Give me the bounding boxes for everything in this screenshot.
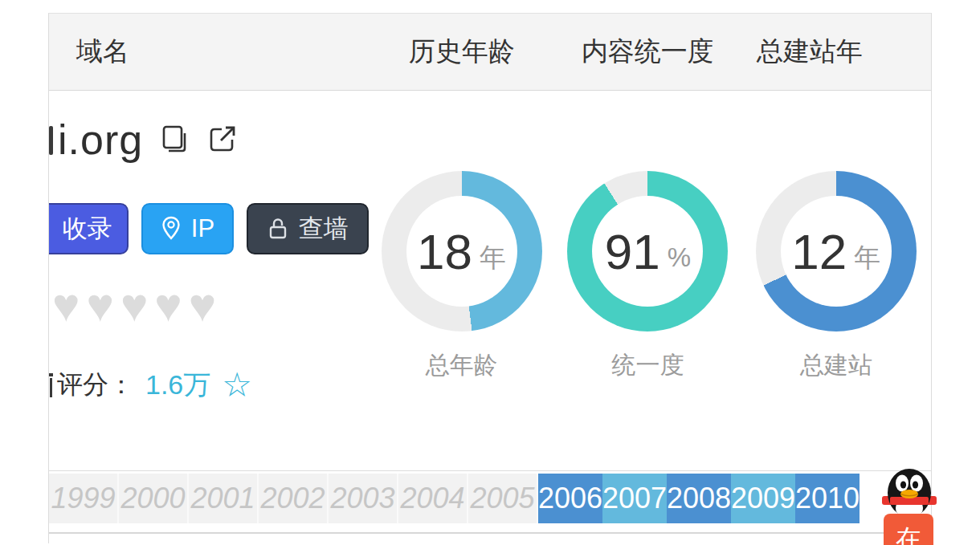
uniformity-donut: 91 %	[567, 171, 728, 331]
donut-center: 91 %	[592, 196, 703, 307]
domain-cell: i.org 收录	[49, 91, 369, 470]
table-header: 域名 历史年龄 内容统一度 总建站年	[49, 14, 931, 91]
page: 域名 历史年龄 内容统一度 总建站年 i.org	[0, 0, 980, 545]
year-cell-1999: 1999	[49, 474, 119, 523]
year-cell-2006: 2006	[538, 474, 602, 523]
donut-center: 12 年	[781, 196, 892, 307]
qq-contact-widget[interactable]: 在	[880, 467, 938, 545]
history-age-cell: 18 年 总年龄	[369, 91, 555, 470]
score-line: 评分： 1.6万 ☆	[49, 367, 369, 404]
heart-icon: ♥	[189, 282, 216, 328]
history-age-unit: 年	[480, 240, 506, 276]
clipped-glyph-fragment	[49, 373, 54, 397]
domain-table: 域名 历史年龄 内容统一度 总建站年 i.org	[48, 13, 932, 543]
action-buttons: 收录 IP 查墙	[49, 203, 369, 254]
index-button[interactable]: 收录	[49, 203, 129, 254]
location-pin-icon	[161, 216, 182, 242]
score-value: 1.6万	[145, 367, 210, 404]
star-icon[interactable]: ☆	[222, 369, 252, 401]
check-wall-button[interactable]: 查墙	[247, 203, 369, 254]
check-wall-button-label: 查墙	[299, 212, 349, 246]
score-label: 评分：	[57, 368, 134, 403]
build-years-value: 12	[791, 223, 847, 280]
external-link-icon[interactable]	[207, 124, 241, 156]
ip-button-label: IP	[191, 214, 214, 243]
qq-penguin-icon	[880, 467, 938, 520]
index-button-label: 收录	[63, 212, 112, 246]
donut-center: 18 年	[406, 196, 517, 307]
history-age-donut: 18 年	[382, 171, 542, 331]
year-cell-2005: 2005	[468, 474, 538, 523]
uniformity-value: 91	[605, 223, 660, 280]
copy-icon[interactable]	[161, 124, 190, 156]
domain-title-line: i.org	[49, 113, 369, 166]
column-header-history-age: 历史年龄	[369, 34, 554, 70]
heart-icon: ♥	[86, 282, 113, 328]
year-cell-2010: 2010	[795, 474, 860, 523]
column-header-domain: 域名	[49, 34, 369, 70]
build-years-label: 总建站	[800, 349, 872, 382]
qq-status-badge[interactable]: 在	[884, 514, 933, 545]
year-timeline: 1999200020012002200320042005200620072008…	[49, 474, 931, 523]
year-cell-2003: 2003	[329, 474, 398, 523]
heart-icon: ♥	[52, 282, 80, 328]
year-cell-2007: 2007	[602, 474, 667, 523]
year-cell-2002: 2002	[259, 474, 329, 523]
build-years-donut: 12 年	[756, 171, 917, 331]
clipped-glyph-fragment	[49, 126, 53, 155]
build-years-unit: 年	[854, 240, 880, 276]
uniformity-label: 统一度	[611, 349, 684, 382]
rating-hearts: ♥♥♥♥♥	[49, 282, 369, 328]
timeline-separator	[49, 470, 931, 471]
year-cell-2009: 2009	[731, 474, 795, 523]
domain-name: i.org	[58, 116, 143, 164]
history-age-label: 总年龄	[426, 349, 498, 382]
heart-icon: ♥	[154, 282, 182, 328]
year-cell-2000: 2000	[119, 474, 189, 523]
column-header-total-build-years: 总建站年	[741, 34, 931, 70]
lock-icon	[267, 216, 289, 242]
uniformity-cell: 91 % 统一度	[554, 91, 741, 470]
table-row: i.org 收录	[49, 91, 931, 470]
ip-button[interactable]: IP	[141, 203, 234, 254]
year-cell-2001: 2001	[189, 474, 259, 523]
heart-icon: ♥	[120, 282, 148, 328]
build-years-cell: 12 年 总建站	[741, 91, 931, 470]
qq-badge-text: 在	[896, 522, 921, 545]
table-bottom-rule	[49, 532, 931, 543]
year-cell-2008: 2008	[667, 474, 731, 523]
uniformity-unit: %	[668, 242, 691, 273]
column-header-content-uniformity: 内容统一度	[555, 34, 741, 70]
history-age-value: 18	[417, 223, 472, 280]
year-cell-2004: 2004	[398, 474, 468, 523]
